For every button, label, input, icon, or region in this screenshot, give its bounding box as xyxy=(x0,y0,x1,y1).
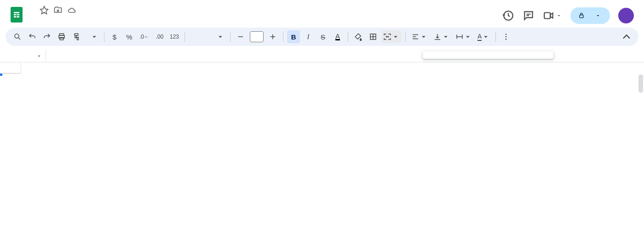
currency-button[interactable]: $ xyxy=(108,30,121,43)
undo-button[interactable] xyxy=(26,30,39,43)
star-icon[interactable] xyxy=(40,6,49,15)
print-button[interactable] xyxy=(55,30,68,43)
more-toolbar-button[interactable] xyxy=(500,30,512,43)
account-avatar[interactable] xyxy=(618,8,634,23)
text-color-button[interactable]: A xyxy=(331,30,344,43)
decrease-decimal-button[interactable]: .0← xyxy=(138,30,151,43)
share-dropdown-icon[interactable] xyxy=(592,13,604,18)
doc-title[interactable] xyxy=(29,9,35,11)
svg-rect-0 xyxy=(544,13,550,19)
increase-font-size-button[interactable] xyxy=(266,30,279,43)
scrollbar-thumb[interactable] xyxy=(638,74,643,93)
font-size-input[interactable] xyxy=(250,31,264,42)
header-right xyxy=(502,4,637,24)
sheets-logo-icon xyxy=(11,7,23,23)
select-all-corner[interactable] xyxy=(0,62,21,73)
svg-point-7 xyxy=(506,34,507,35)
percent-button[interactable]: % xyxy=(123,30,136,43)
svg-point-2 xyxy=(15,34,19,38)
comments-icon[interactable] xyxy=(523,10,535,22)
selection-outline xyxy=(0,73,2,75)
svg-point-9 xyxy=(506,39,507,40)
strikethrough-button[interactable]: S xyxy=(316,30,329,43)
redo-button[interactable] xyxy=(40,30,53,43)
sheets-logo[interactable] xyxy=(7,6,26,24)
borders-button[interactable] xyxy=(367,30,380,43)
paint-format-button[interactable] xyxy=(70,30,83,43)
bold-button[interactable]: B xyxy=(287,30,300,43)
meet-dropdown-icon[interactable] xyxy=(556,10,562,22)
decrease-font-size-button[interactable] xyxy=(234,30,247,43)
more-formats-button[interactable]: 123 xyxy=(168,30,181,43)
vertical-align-button[interactable] xyxy=(431,30,452,43)
share-button[interactable] xyxy=(570,7,610,24)
svg-point-8 xyxy=(506,36,507,38)
merge-cells-menu xyxy=(423,51,553,59)
search-menus-button[interactable] xyxy=(11,30,24,43)
horizontal-align-button[interactable] xyxy=(409,30,430,43)
increase-decimal-button[interactable]: .00 xyxy=(153,30,166,43)
svg-rect-1 xyxy=(580,15,583,18)
history-icon[interactable] xyxy=(502,10,514,22)
zoom-dropdown[interactable] xyxy=(85,30,100,43)
collapse-toolbar-button[interactable] xyxy=(620,30,633,43)
name-box[interactable] xyxy=(0,50,46,62)
fill-color-button[interactable] xyxy=(352,30,365,43)
move-icon[interactable] xyxy=(53,6,63,15)
title-area xyxy=(29,4,76,17)
toolbar: $ % .0← .00 123 B I S A A xyxy=(6,28,638,46)
header xyxy=(0,0,644,24)
font-family-dropdown[interactable] xyxy=(189,30,226,43)
meet-icon[interactable] xyxy=(543,10,555,22)
italic-button[interactable]: I xyxy=(302,30,315,43)
text-rotation-button[interactable]: A xyxy=(476,30,492,43)
text-wrap-button[interactable] xyxy=(454,30,474,43)
spreadsheet-grid[interactable] xyxy=(0,62,644,73)
merge-cells-button[interactable] xyxy=(381,30,402,43)
cloud-status-icon[interactable] xyxy=(67,6,76,15)
selection-handle[interactable] xyxy=(0,73,3,76)
